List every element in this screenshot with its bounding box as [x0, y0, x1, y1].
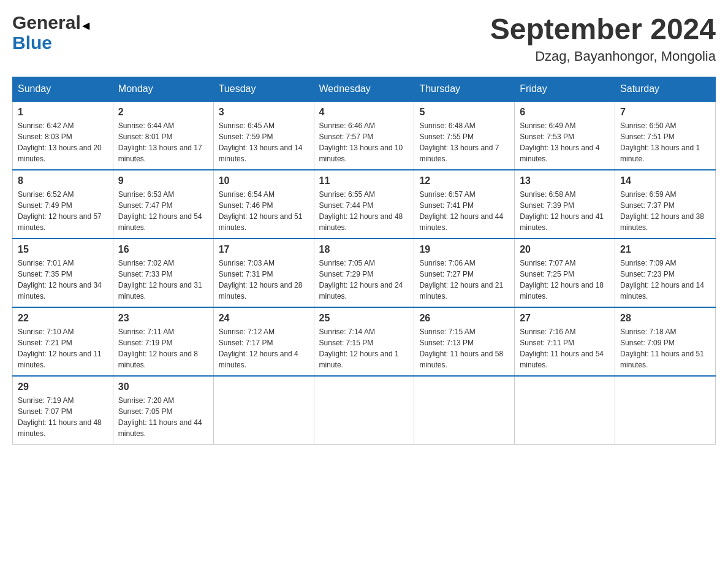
page-header: General◀ Blue September 2024 Dzag, Bayan…: [12, 12, 716, 64]
day-number: 7: [620, 107, 710, 118]
day-number: 2: [118, 107, 208, 118]
day-info: Sunrise: 6:48 AMSunset: 7:55 PMDaylight:…: [419, 120, 509, 164]
calendar-cell: 18Sunrise: 7:05 AMSunset: 7:29 PMDayligh…: [314, 239, 414, 307]
day-info: Sunrise: 7:20 AMSunset: 7:05 PMDaylight:…: [118, 395, 208, 439]
calendar-cell: 26Sunrise: 7:15 AMSunset: 7:13 PMDayligh…: [414, 307, 515, 376]
day-info: Sunrise: 6:44 AMSunset: 8:01 PMDaylight:…: [118, 120, 208, 164]
calendar-header-tuesday: Tuesday: [213, 77, 314, 102]
calendar-cell: [414, 376, 515, 445]
day-info: Sunrise: 7:16 AMSunset: 7:11 PMDaylight:…: [520, 326, 610, 370]
day-info: Sunrise: 7:15 AMSunset: 7:13 PMDaylight:…: [419, 326, 509, 370]
calendar-cell: 16Sunrise: 7:02 AMSunset: 7:33 PMDayligh…: [113, 239, 213, 307]
day-number: 26: [419, 313, 509, 324]
day-number: 10: [219, 175, 309, 186]
day-number: 28: [620, 313, 710, 324]
calendar-table: SundayMondayTuesdayWednesdayThursdayFrid…: [12, 77, 716, 445]
calendar-header-saturday: Saturday: [615, 77, 716, 102]
day-info: Sunrise: 7:03 AMSunset: 7:31 PMDaylight:…: [219, 258, 309, 302]
week-row-5: 29Sunrise: 7:19 AMSunset: 7:07 PMDayligh…: [13, 376, 716, 445]
calendar-cell: 2Sunrise: 6:44 AMSunset: 8:01 PMDaylight…: [113, 101, 213, 170]
day-number: 4: [319, 107, 409, 118]
title-section: September 2024 Dzag, Bayanhongor, Mongol…: [490, 12, 716, 64]
day-number: 9: [118, 175, 208, 186]
day-info: Sunrise: 7:11 AMSunset: 7:19 PMDaylight:…: [118, 326, 208, 370]
day-number: 12: [419, 175, 509, 186]
day-info: Sunrise: 7:06 AMSunset: 7:27 PMDaylight:…: [419, 258, 509, 302]
logo-general-text: General: [12, 12, 81, 33]
calendar-header-monday: Monday: [113, 77, 213, 102]
week-row-2: 8Sunrise: 6:52 AMSunset: 7:49 PMDaylight…: [13, 170, 716, 239]
calendar-cell: 5Sunrise: 6:48 AMSunset: 7:55 PMDaylight…: [414, 101, 515, 170]
calendar-header-row: SundayMondayTuesdayWednesdayThursdayFrid…: [13, 77, 716, 102]
calendar-header-sunday: Sunday: [13, 77, 113, 102]
calendar-cell: [314, 376, 414, 445]
calendar-cell: 19Sunrise: 7:06 AMSunset: 7:27 PMDayligh…: [414, 239, 515, 307]
week-row-3: 15Sunrise: 7:01 AMSunset: 7:35 PMDayligh…: [13, 239, 716, 307]
day-info: Sunrise: 7:07 AMSunset: 7:25 PMDaylight:…: [520, 258, 610, 302]
calendar-cell: 27Sunrise: 7:16 AMSunset: 7:11 PMDayligh…: [515, 307, 615, 376]
calendar-cell: 11Sunrise: 6:55 AMSunset: 7:44 PMDayligh…: [314, 170, 414, 239]
calendar-cell: 10Sunrise: 6:54 AMSunset: 7:46 PMDayligh…: [213, 170, 314, 239]
day-number: 17: [219, 244, 309, 255]
day-number: 16: [118, 244, 208, 255]
calendar-cell: 13Sunrise: 6:58 AMSunset: 7:39 PMDayligh…: [515, 170, 615, 239]
calendar-cell: 20Sunrise: 7:07 AMSunset: 7:25 PMDayligh…: [515, 239, 615, 307]
day-number: 21: [620, 244, 710, 255]
day-number: 14: [620, 175, 710, 186]
day-number: 30: [118, 381, 208, 393]
day-info: Sunrise: 6:46 AMSunset: 7:57 PMDaylight:…: [319, 120, 409, 164]
location-subtitle: Dzag, Bayanhongor, Mongolia: [490, 48, 716, 64]
day-number: 8: [18, 175, 108, 186]
day-number: 25: [319, 313, 409, 324]
calendar-cell: 25Sunrise: 7:14 AMSunset: 7:15 PMDayligh…: [314, 307, 414, 376]
calendar-cell: 8Sunrise: 6:52 AMSunset: 7:49 PMDaylight…: [13, 170, 113, 239]
day-info: Sunrise: 7:19 AMSunset: 7:07 PMDaylight:…: [18, 395, 108, 439]
month-year-title: September 2024: [490, 12, 716, 46]
day-number: 18: [319, 244, 409, 255]
calendar-cell: 9Sunrise: 6:53 AMSunset: 7:47 PMDaylight…: [113, 170, 213, 239]
calendar-cell: 7Sunrise: 6:50 AMSunset: 7:51 PMDaylight…: [615, 101, 716, 170]
day-number: 20: [520, 244, 610, 255]
calendar-cell: 21Sunrise: 7:09 AMSunset: 7:23 PMDayligh…: [615, 239, 716, 307]
day-number: 11: [319, 175, 409, 186]
calendar-cell: 28Sunrise: 7:18 AMSunset: 7:09 PMDayligh…: [615, 307, 716, 376]
day-info: Sunrise: 7:09 AMSunset: 7:23 PMDaylight:…: [620, 258, 710, 302]
day-number: 6: [520, 107, 610, 118]
calendar-cell: 22Sunrise: 7:10 AMSunset: 7:21 PMDayligh…: [13, 307, 113, 376]
calendar-header-wednesday: Wednesday: [314, 77, 414, 102]
day-info: Sunrise: 6:42 AMSunset: 8:03 PMDaylight:…: [18, 120, 108, 164]
day-info: Sunrise: 7:14 AMSunset: 7:15 PMDaylight:…: [319, 326, 409, 370]
calendar-cell: 24Sunrise: 7:12 AMSunset: 7:17 PMDayligh…: [213, 307, 314, 376]
day-info: Sunrise: 6:52 AMSunset: 7:49 PMDaylight:…: [18, 189, 108, 233]
calendar-cell: [615, 376, 716, 445]
day-info: Sunrise: 6:45 AMSunset: 7:59 PMDaylight:…: [219, 120, 309, 164]
day-number: 13: [520, 175, 610, 186]
calendar-cell: 23Sunrise: 7:11 AMSunset: 7:19 PMDayligh…: [113, 307, 213, 376]
calendar-cell: 15Sunrise: 7:01 AMSunset: 7:35 PMDayligh…: [13, 239, 113, 307]
day-number: 1: [18, 107, 108, 118]
day-info: Sunrise: 6:57 AMSunset: 7:41 PMDaylight:…: [419, 189, 509, 233]
day-number: 3: [219, 107, 309, 118]
day-number: 15: [18, 244, 108, 255]
day-info: Sunrise: 6:54 AMSunset: 7:46 PMDaylight:…: [219, 189, 309, 233]
day-number: 23: [118, 313, 208, 324]
day-info: Sunrise: 7:02 AMSunset: 7:33 PMDaylight:…: [118, 258, 208, 302]
logo: General◀ Blue: [12, 12, 88, 53]
calendar-cell: 6Sunrise: 6:49 AMSunset: 7:53 PMDaylight…: [515, 101, 615, 170]
calendar-header-friday: Friday: [515, 77, 615, 102]
day-info: Sunrise: 7:10 AMSunset: 7:21 PMDaylight:…: [18, 326, 108, 370]
calendar-cell: [213, 376, 314, 445]
calendar-cell: 4Sunrise: 6:46 AMSunset: 7:57 PMDaylight…: [314, 101, 414, 170]
day-info: Sunrise: 7:12 AMSunset: 7:17 PMDaylight:…: [219, 326, 309, 370]
day-info: Sunrise: 6:55 AMSunset: 7:44 PMDaylight:…: [319, 189, 409, 233]
calendar-cell: 14Sunrise: 6:59 AMSunset: 7:37 PMDayligh…: [615, 170, 716, 239]
day-number: 22: [18, 313, 108, 324]
day-number: 19: [419, 244, 509, 255]
week-row-4: 22Sunrise: 7:10 AMSunset: 7:21 PMDayligh…: [13, 307, 716, 376]
calendar-cell: 29Sunrise: 7:19 AMSunset: 7:07 PMDayligh…: [13, 376, 113, 445]
week-row-1: 1Sunrise: 6:42 AMSunset: 8:03 PMDaylight…: [13, 101, 716, 170]
day-number: 5: [419, 107, 509, 118]
day-info: Sunrise: 6:59 AMSunset: 7:37 PMDaylight:…: [620, 189, 710, 233]
day-number: 24: [219, 313, 309, 324]
day-number: 29: [18, 381, 108, 393]
